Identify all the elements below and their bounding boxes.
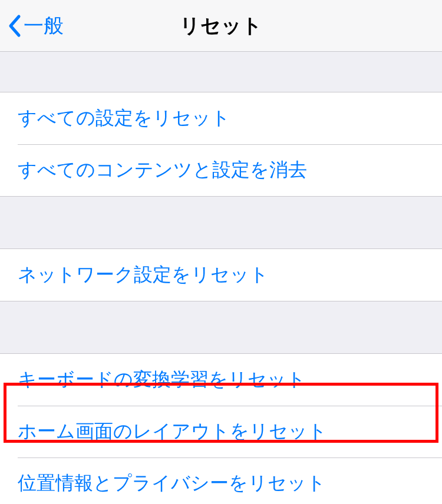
reset-network-settings[interactable]: ネットワーク設定をリセット — [0, 249, 442, 301]
list-item-label: キーボードの変換学習をリセット — [18, 367, 306, 393]
chevron-left-icon — [7, 14, 21, 38]
reset-all-settings[interactable]: すべての設定をリセット — [0, 92, 442, 144]
section-gap — [0, 52, 442, 92]
reset-home-screen-layout[interactable]: ホーム画面のレイアウトをリセット — [0, 406, 442, 457]
list-group-1: すべての設定をリセット すべてのコンテンツと設定を消去 — [0, 92, 442, 197]
back-button[interactable]: 一般 — [0, 12, 64, 39]
reset-location-privacy[interactable]: 位置情報とプライバシーをリセット — [0, 457, 442, 504]
section-gap — [0, 197, 442, 248]
list-item-label: すべての設定をリセット — [18, 105, 230, 131]
section-gap — [0, 301, 442, 353]
list-group-3: キーボードの変換学習をリセット ホーム画面のレイアウトをリセット 位置情報とプラ… — [0, 353, 442, 504]
list-item-label: すべてのコンテンツと設定を消去 — [18, 157, 307, 183]
page-title: リセット — [180, 12, 262, 39]
list-item-label: ネットワーク設定をリセット — [18, 262, 269, 288]
erase-all-content-settings[interactable]: すべてのコンテンツと設定を消去 — [0, 144, 442, 196]
list-group-2: ネットワーク設定をリセット — [0, 248, 442, 301]
list-item-label: 位置情報とプライバシーをリセット — [18, 470, 326, 496]
reset-keyboard-dictionary[interactable]: キーボードの変換学習をリセット — [0, 354, 442, 406]
list-item-label: ホーム画面のレイアウトをリセット — [18, 419, 327, 445]
back-label: 一般 — [24, 12, 64, 39]
navbar: 一般 リセット — [0, 0, 442, 52]
